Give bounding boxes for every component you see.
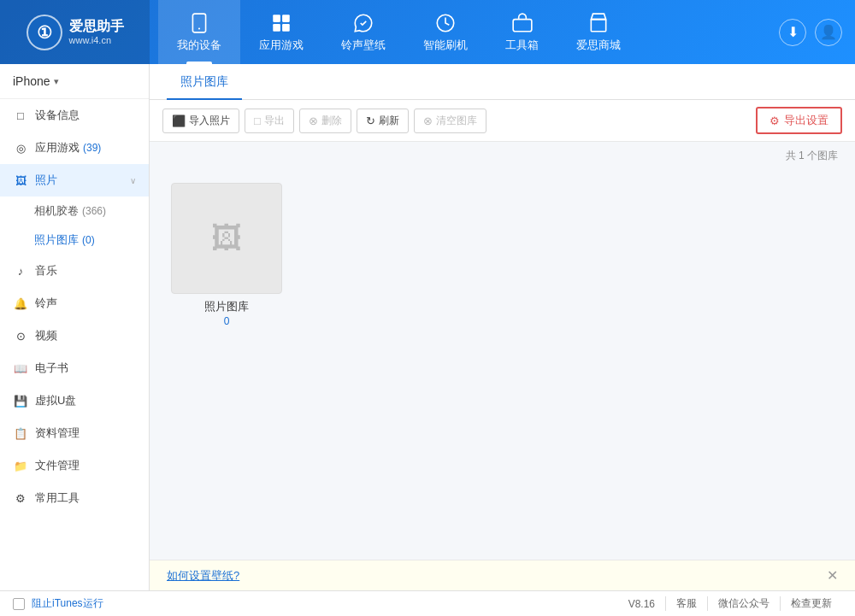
- svg-rect-5: [282, 24, 290, 32]
- icon-device-info: □: [13, 108, 28, 123]
- gallery-count: 共 1 个图库: [150, 142, 855, 170]
- svg-rect-0: [192, 14, 205, 32]
- delete-button[interactable]: ⊗ 删除: [299, 109, 351, 133]
- update-link[interactable]: 检查更新: [780, 596, 842, 611]
- smart-flash-icon: [433, 11, 457, 35]
- ringtone-wallpaper-label: 铃声壁纸: [341, 38, 386, 53]
- gallery-item-label: 照片图库: [204, 299, 249, 314]
- content-area: 照片图库 ⬛ 导入照片 □ 导出 ⊗ 删除 ↻ 刷新 ⊗ 清空图库: [150, 64, 855, 590]
- device-chevron: ▾: [54, 76, 59, 87]
- content-header: 照片图库: [150, 64, 855, 100]
- logo-area: ① 爱思助手 www.i4.cn: [0, 0, 150, 64]
- sublabel-camera-roll: 相机胶卷: [34, 203, 79, 219]
- itunes-checkbox[interactable]: [13, 598, 25, 610]
- refresh-label: 刷新: [379, 114, 399, 128]
- nav-item-apps-games[interactable]: 应用游戏: [240, 0, 322, 64]
- export-settings-button[interactable]: ⚙ 导出设置: [756, 107, 842, 134]
- sidebar: iPhone ▾ □ 设备信息 ◎ 应用游戏 (39) 🖼 照片 ∨ 相机胶卷 …: [0, 64, 150, 590]
- clear-icon: ⊗: [423, 114, 433, 127]
- sidebar-item-common-tools[interactable]: ⚙ 常用工具: [0, 482, 149, 514]
- sidebar-item-photos[interactable]: 🖼 照片 ∨: [0, 164, 149, 197]
- itunes-label[interactable]: 阻止iTunes运行: [32, 596, 103, 611]
- nav-item-toolbox[interactable]: 工具箱: [486, 0, 557, 64]
- nav-item-my-device[interactable]: 我的设备: [158, 0, 240, 64]
- label-common-tools: 常用工具: [35, 490, 80, 506]
- ringtone-wallpaper-icon: [351, 11, 375, 35]
- refresh-icon: ↻: [366, 114, 375, 127]
- logo-text: 爱思助手 www.i4.cn: [69, 18, 124, 45]
- import-icon: ⬛: [172, 114, 186, 127]
- label-file-mgmt: 文件管理: [35, 458, 80, 473]
- icon-data-mgmt: 📋: [13, 425, 28, 441]
- icon-ringtones: 🔔: [13, 296, 28, 311]
- icon-common-tools: ⚙: [13, 490, 28, 506]
- svg-rect-7: [513, 20, 532, 32]
- statusbar-right: V8.16 客服 微信公众号 检查更新: [618, 596, 842, 611]
- sidebar-item-apps[interactable]: ◎ 应用游戏 (39): [0, 132, 149, 164]
- apps-games-label: 应用游戏: [259, 38, 304, 53]
- apps-games-icon: [269, 11, 293, 35]
- topbar-right: ⬇ 👤: [779, 19, 855, 46]
- close-tip-button[interactable]: ✕: [827, 567, 838, 584]
- sidebar-item-ringtones[interactable]: 🔔 铃声: [0, 287, 149, 320]
- sidebar-item-file-mgmt[interactable]: 📁 文件管理: [0, 449, 149, 482]
- nav-item-smart-flash[interactable]: 智能刷机: [404, 0, 486, 64]
- sidebar-item-device-info[interactable]: □ 设备信息: [0, 99, 149, 132]
- icon-apps: ◎: [13, 140, 28, 155]
- wallpaper-tip-link[interactable]: 如何设置壁纸?: [167, 568, 239, 584]
- wechat-link[interactable]: 微信公众号: [707, 596, 780, 611]
- store-label: 爱思商城: [576, 38, 621, 53]
- import-photos-button[interactable]: ⬛ 导入照片: [162, 109, 239, 133]
- toolbox-icon: [510, 11, 534, 35]
- label-music: 音乐: [35, 263, 57, 279]
- delete-icon: ⊗: [309, 114, 318, 127]
- user-icon[interactable]: 👤: [815, 19, 842, 46]
- svg-rect-4: [273, 24, 280, 32]
- icon-virtual-udisk: 💾: [13, 393, 28, 408]
- gallery-area: 🖼 照片图库 0: [150, 170, 855, 560]
- export-label: 导出: [264, 114, 285, 128]
- main-container: iPhone ▾ □ 设备信息 ◎ 应用游戏 (39) 🖼 照片 ∨ 相机胶卷 …: [0, 64, 855, 590]
- nav-item-ringtone-wallpaper[interactable]: 铃声壁纸: [322, 0, 404, 64]
- sidebar-subitem-camera-roll[interactable]: 相机胶卷 (366): [0, 197, 149, 226]
- clear-button[interactable]: ⊗ 清空图库: [414, 109, 486, 133]
- clear-label: 清空图库: [436, 114, 477, 128]
- topbar: ① 爱思助手 www.i4.cn 我的设备 应用游戏 铃声壁纸 智能刷机 工具箱…: [0, 0, 855, 64]
- sidebar-item-ebook[interactable]: 📖 电子书: [0, 352, 149, 384]
- export-icon: □: [254, 114, 261, 127]
- svg-rect-2: [273, 15, 280, 22]
- subcount-photo-library: (0): [82, 234, 95, 246]
- placeholder-icon: 🖼: [211, 220, 242, 256]
- statusbar-left: 阻止iTunes运行: [13, 596, 103, 611]
- sublabel-photo-library: 照片图库: [34, 232, 79, 248]
- bottom-tip: 如何设置壁纸? ✕: [150, 560, 855, 590]
- my-device-icon: [187, 11, 211, 35]
- sidebar-item-music[interactable]: ♪ 音乐: [0, 255, 149, 287]
- download-icon[interactable]: ⬇: [779, 19, 806, 46]
- nav-item-store[interactable]: 爱思商城: [557, 0, 640, 64]
- sidebar-item-video[interactable]: ⊙ 视频: [0, 320, 149, 352]
- icon-music: ♪: [13, 263, 28, 279]
- logo-icon: ①: [27, 15, 62, 50]
- refresh-button[interactable]: ↻ 刷新: [357, 109, 409, 133]
- icon-file-mgmt: 📁: [13, 458, 28, 473]
- my-device-label: 我的设备: [177, 38, 221, 53]
- sidebar-item-data-mgmt[interactable]: 📋 资料管理: [0, 417, 149, 449]
- item-count-apps: (39): [83, 142, 101, 154]
- import-label: 导入照片: [189, 114, 230, 128]
- label-data-mgmt: 资料管理: [35, 425, 80, 441]
- sidebar-subitem-photo-library[interactable]: 照片图库 (0): [0, 226, 149, 255]
- label-photos: 照片: [35, 173, 57, 188]
- sidebar-item-virtual-udisk[interactable]: 💾 虚拟U盘: [0, 384, 149, 417]
- tab-photo-library-tab[interactable]: 照片图库: [167, 66, 242, 100]
- label-virtual-udisk: 虚拟U盘: [35, 393, 76, 408]
- brand-name: 爱思助手: [69, 18, 124, 34]
- sidebar-device[interactable]: iPhone ▾: [0, 64, 149, 99]
- nav-items: 我的设备 应用游戏 铃声壁纸 智能刷机 工具箱 爱思商城: [150, 0, 779, 64]
- device-name: iPhone: [13, 74, 50, 88]
- support-link[interactable]: 客服: [665, 596, 707, 611]
- export-button[interactable]: □ 导出: [245, 109, 294, 133]
- svg-rect-8: [591, 20, 605, 32]
- icon-ebook: 📖: [13, 361, 28, 376]
- gallery-item[interactable]: 🖼 照片图库 0: [171, 183, 282, 327]
